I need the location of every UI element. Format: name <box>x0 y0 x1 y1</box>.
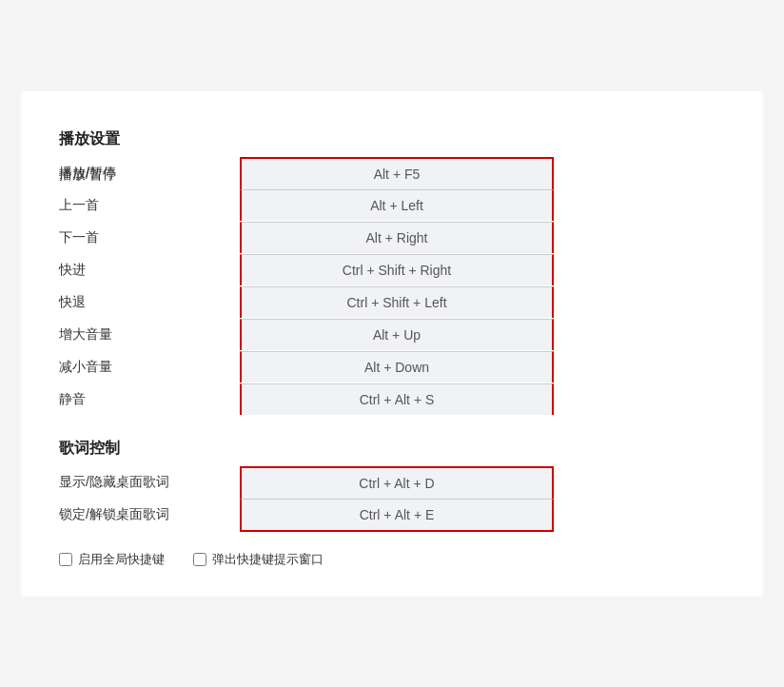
row-forward: 快进 Ctrl + Shift + Right <box>59 254 725 286</box>
key-cell-prev: Alt + Left <box>240 189 725 222</box>
row-rewind: 快退 Ctrl + Shift + Left <box>59 286 725 319</box>
row-mute: 静音 Ctrl + Alt + S <box>59 383 725 416</box>
label-vol-up: 增大音量 <box>59 319 240 351</box>
key-vol-down[interactable]: Alt + Down <box>242 352 552 383</box>
key-lock-lyrics[interactable]: Ctrl + Alt + E <box>242 500 552 530</box>
section-title-playback: 播放设置 <box>59 120 725 157</box>
row-vol-down: 减小音量 Alt + Down <box>59 351 725 383</box>
key-cell-mute: Ctrl + Alt + S <box>240 383 725 416</box>
label-rewind: 快退 <box>59 286 240 319</box>
row-lock-lyrics: 锁定/解锁桌面歌词 Ctrl + Alt + E <box>59 499 725 532</box>
footer-row: 启用全局快捷键 弹出快捷键提示窗口 <box>59 551 725 568</box>
checkbox-popup-label: 弹出快捷键提示窗口 <box>212 551 323 568</box>
key-mute[interactable]: Ctrl + Alt + S <box>242 384 552 415</box>
key-cell-next: Alt + Right <box>240 222 725 254</box>
key-cell-vol-down: Alt + Down <box>240 351 725 383</box>
section-title-lyrics: 歌词控制 <box>59 429 725 466</box>
label-forward: 快进 <box>59 254 240 286</box>
key-cell-vol-up: Alt + Up <box>240 319 725 351</box>
checkbox-popup-input[interactable] <box>193 553 206 566</box>
checkbox-popup[interactable]: 弹出快捷键提示窗口 <box>193 551 323 568</box>
label-lock-lyrics: 锁定/解锁桌面歌词 <box>59 499 240 532</box>
key-cell-forward: Ctrl + Shift + Right <box>240 254 725 286</box>
label-vol-down: 减小音量 <box>59 351 240 383</box>
key-cell-show-lyrics: Ctrl + Alt + D <box>240 466 725 499</box>
checkbox-global-shortcuts[interactable]: 启用全局快捷键 <box>59 551 165 568</box>
label-prev: 上一首 <box>59 189 240 222</box>
key-next[interactable]: Alt + Right <box>242 223 552 253</box>
row-prev: 上一首 Alt + Left <box>59 189 725 222</box>
label-mute: 静音 <box>59 383 240 416</box>
row-vol-up: 增大音量 Alt + Up <box>59 319 725 351</box>
key-vol-up[interactable]: Alt + Up <box>242 320 552 350</box>
checkbox-global-shortcuts-input[interactable] <box>59 553 72 566</box>
lyrics-shortcuts-table: 显示/隐藏桌面歌词 Ctrl + Alt + D 锁定/解锁桌面歌词 Ctrl … <box>59 466 725 532</box>
key-forward[interactable]: Ctrl + Shift + Right <box>242 255 552 285</box>
row-show-lyrics: 显示/隐藏桌面歌词 Ctrl + Alt + D <box>59 466 725 499</box>
key-rewind[interactable]: Ctrl + Shift + Left <box>242 287 552 318</box>
label-show-lyrics: 显示/隐藏桌面歌词 <box>59 466 240 499</box>
row-next: 下一首 Alt + Right <box>59 222 725 254</box>
key-show-lyrics[interactable]: Ctrl + Alt + D <box>242 468 552 499</box>
key-cell-rewind: Ctrl + Shift + Left <box>240 286 725 319</box>
key-cell-lock-lyrics: Ctrl + Alt + E <box>240 499 725 532</box>
checkbox-global-shortcuts-label: 启用全局快捷键 <box>78 551 165 568</box>
label-next: 下一首 <box>59 222 240 254</box>
label-play-pause: 播放/暂停 <box>59 157 240 193</box>
shortcuts-table: 播放/暂停 Alt + F5 上一首 Alt + Left <box>59 157 725 416</box>
key-prev[interactable]: Alt + Left <box>242 190 552 221</box>
settings-panel: 播放设置 播放/暂停 播放/暂停 <box>21 91 763 597</box>
